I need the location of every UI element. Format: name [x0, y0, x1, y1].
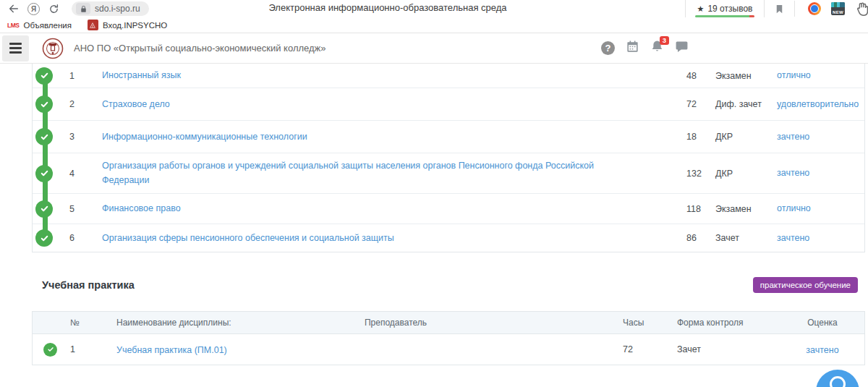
grade-link[interactable]: зачтено — [777, 132, 809, 142]
course-control-form: Экзамен — [711, 204, 769, 214]
course-number: 4 — [63, 169, 102, 179]
course-row: 3 Информационно-коммуникационные техноло… — [33, 121, 864, 153]
course-number: 3 — [63, 132, 102, 142]
grade-link[interactable]: зачтено — [777, 233, 809, 243]
course-row: 2 Страховое дело 72 Диф. зачет удовлетво… — [33, 88, 864, 121]
practice-number: 1 — [70, 344, 106, 354]
notifications-icon[interactable]: 3 — [650, 40, 664, 56]
college-logo — [42, 38, 64, 59]
inpsycho-favicon — [88, 20, 98, 30]
column-header-num: № — [70, 318, 106, 328]
browser-toolbar: Я sdo.i-spo.ru Электронная информационно… — [0, 0, 868, 17]
star-icon: ★ — [697, 4, 705, 14]
reviews-rating-bar — [695, 15, 754, 17]
course-control-form: ДКР — [711, 169, 769, 179]
app-header: АНО ПО «Открытый социально-экономический… — [0, 33, 868, 64]
course-control-form: Экзамен — [711, 71, 769, 81]
chat-fab-icon — [830, 376, 846, 387]
new-extension-icon[interactable]: NEW — [831, 2, 845, 15]
course-hours: 18 — [675, 132, 711, 142]
completed-check-icon — [35, 200, 53, 218]
chat-icon[interactable] — [675, 40, 689, 56]
completed-check-icon — [35, 128, 53, 145]
course-control-form: ДКР — [711, 132, 769, 142]
course-control-form: Диф. зачет — [711, 99, 769, 109]
bookmark-button[interactable] — [764, 0, 794, 17]
browser-profile-icon[interactable] — [808, 2, 821, 15]
course-row: 6 Организация сферы пенсионного обеспече… — [33, 224, 864, 252]
page-title: Электронная информационно-образовательна… — [268, 2, 506, 13]
lock-icon[interactable] — [76, 3, 90, 14]
grade-link[interactable]: отлично — [777, 70, 811, 80]
column-header-hours: Часы — [614, 318, 668, 328]
practice-table-header: № Наименование дисциплины: Преподаватель… — [33, 312, 864, 334]
reviews-label: 19 отзывов — [707, 4, 752, 14]
practice-grade-link[interactable]: зачтено — [806, 345, 838, 355]
column-header-name: Наименование дисциплины: — [106, 318, 323, 328]
completed-check-icon — [35, 67, 53, 85]
grade-link[interactable]: отлично — [777, 203, 811, 213]
column-header-grade: Оценка — [780, 318, 864, 328]
menu-button[interactable] — [2, 35, 29, 61]
course-hours: 48 — [675, 71, 711, 81]
yandex-services-icon[interactable]: Я — [27, 3, 40, 15]
column-header-form: Форма контроля — [668, 318, 780, 328]
calendar-icon[interactable] — [626, 40, 639, 56]
courses-table: 1 Иностранный язык 48 Экзамен отлично 2 … — [32, 64, 865, 252]
course-number: 2 — [63, 99, 102, 109]
bookmark-item-inpsycho[interactable]: Вход.INPSYCHO — [88, 20, 167, 30]
bookmark-label: Объявления — [23, 21, 72, 30]
refresh-icon[interactable] — [47, 2, 60, 15]
practice-table: № Наименование дисциплины: Преподаватель… — [32, 311, 865, 365]
course-hours: 132 — [675, 169, 711, 179]
practice-hours: 72 — [614, 344, 668, 354]
course-link[interactable]: Страховое дело — [102, 98, 170, 111]
completed-check-icon — [35, 229, 53, 247]
bookmark-item-lms[interactable]: LMS Объявления — [7, 21, 72, 30]
lms-favicon: LMS — [7, 22, 19, 29]
bookmark-icon — [774, 4, 785, 14]
bookmarks-bar: LMS Объявления Вход.INPSYCHO — [0, 17, 868, 33]
column-header-teacher: Преподаватель — [323, 318, 468, 328]
course-hours: 86 — [675, 233, 711, 243]
course-hours: 118 — [675, 204, 711, 214]
practice-link[interactable]: Учебная практика (ПМ.01) — [116, 345, 227, 355]
url-text: sdo.i-spo.ru — [95, 4, 140, 14]
course-row: 5 Финансовое право 118 Экзамен отлично — [33, 194, 864, 224]
practice-control-form: Зачет — [668, 344, 780, 354]
course-number: 6 — [63, 233, 102, 243]
reviews-button[interactable]: ★ 19 отзывов — [685, 0, 764, 17]
bookmark-label: Вход.INPSYCHO — [103, 21, 167, 30]
notification-badge: 3 — [660, 36, 669, 45]
completed-check-icon — [35, 165, 53, 182]
course-number: 1 — [63, 71, 102, 81]
course-link[interactable]: Организация сферы пенсионного обеспечени… — [102, 231, 394, 245]
course-control-form: Зачет — [711, 233, 769, 243]
completed-check-icon — [35, 95, 53, 113]
help-icon[interactable]: ? — [601, 41, 615, 55]
grade-link[interactable]: зачтено — [777, 168, 809, 178]
address-bar[interactable]: sdo.i-spo.ru — [72, 1, 149, 16]
hand-icon[interactable] — [855, 1, 868, 17]
grade-link[interactable]: удовлетворительно — [777, 99, 859, 109]
course-hours: 72 — [675, 99, 711, 109]
course-link[interactable]: Финансовое право — [102, 202, 181, 216]
course-row: 1 Иностранный язык 48 Экзамен отлично — [33, 64, 864, 88]
course-link[interactable]: Организация работы органов и учреждений … — [102, 159, 623, 187]
course-link[interactable]: Информационно-коммуникационные технологи… — [102, 130, 307, 144]
practice-row: 1 Учебная практика (ПМ.01) 72 Зачет зачт… — [33, 334, 864, 365]
back-icon[interactable] — [7, 2, 20, 15]
course-number: 5 — [63, 204, 102, 214]
practice-type-badge: практическое обучение — [753, 277, 858, 293]
college-name: АНО ПО «Открытый социально-экономический… — [74, 43, 326, 54]
completed-check-icon — [43, 343, 57, 357]
course-link[interactable]: Иностранный язык — [102, 69, 181, 82]
course-row: 4 Организация работы органов и учреждени… — [33, 153, 864, 194]
support-chat-button[interactable] — [816, 370, 859, 387]
practice-section-title: Учебная практика — [42, 279, 135, 291]
